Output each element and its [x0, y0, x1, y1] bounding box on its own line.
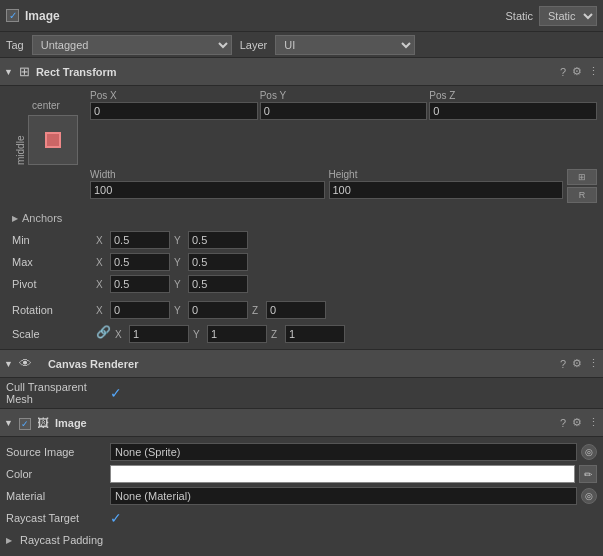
raycast-padding-label: Raycast Padding: [20, 534, 103, 546]
scale-link-icon: 🔗: [96, 325, 111, 343]
top-bar: ✓ Image Static Static: [0, 0, 603, 32]
pivot-x-input[interactable]: [110, 275, 170, 293]
constrain-btn[interactable]: ⊞: [567, 169, 597, 185]
pivot-row: Pivot X Y: [12, 273, 591, 295]
height-input[interactable]: [329, 181, 564, 199]
rotation-fields: X Y Z: [96, 301, 591, 319]
rotation-x-input[interactable]: [110, 301, 170, 319]
scale-z-input[interactable]: [285, 325, 345, 343]
rotation-y-group: Y: [174, 301, 248, 319]
anchor-min-row: Min X Y: [12, 229, 591, 251]
image-body: Source Image ◎ Color ✏ Material ◎ Raycas…: [0, 437, 603, 556]
image-section-title: Image: [55, 417, 554, 429]
height-label: Height: [329, 169, 564, 180]
canvas-help-icon[interactable]: ?: [560, 358, 566, 370]
rect-settings-icon[interactable]: ⚙: [572, 65, 582, 78]
rotation-label: Rotation: [12, 304, 92, 316]
color-swatch[interactable]: [110, 465, 575, 483]
anchor-min-y-group: Y: [174, 231, 248, 249]
y-label2: Y: [174, 257, 186, 268]
anchor-middle-label: middle: [15, 113, 26, 165]
source-image-input[interactable]: [110, 443, 577, 461]
image-settings-icon[interactable]: ⚙: [572, 416, 582, 429]
cull-transparent-label: Cull Transparent Mesh: [6, 381, 106, 405]
rotation-z-group: Z: [252, 301, 326, 319]
pivot-fields: X Y: [96, 275, 591, 293]
canvas-renderer-title: Canvas Renderer: [48, 358, 554, 370]
pos-x-label: Pos X: [90, 90, 258, 101]
width-input[interactable]: [90, 181, 325, 199]
pos-x-input[interactable]: [90, 102, 258, 120]
width-group: Width: [90, 169, 325, 203]
canvas-renderer-header-icons: ? ⚙ ⋮: [560, 357, 599, 370]
scale-x-group: X: [115, 325, 189, 343]
rx-label: X: [96, 305, 108, 316]
rect-menu-icon[interactable]: ⋮: [588, 65, 599, 78]
rotation-z-input[interactable]: [266, 301, 326, 319]
canvas-expand-icon[interactable]: ▼: [4, 359, 13, 369]
width-label: Width: [90, 169, 325, 180]
anchor-max-x-group: X: [96, 253, 170, 271]
raycast-padding-expand-icon[interactable]: ▶: [6, 536, 12, 545]
anchor-min-label: Min: [12, 234, 92, 246]
anchors-expand-icon[interactable]: ▶: [12, 214, 18, 223]
y-label: Y: [174, 235, 186, 246]
color-row: Color ✏: [6, 463, 597, 485]
rotation-y-input[interactable]: [188, 301, 248, 319]
wh-right-buttons: ⊞ R: [567, 169, 597, 203]
scale-y-group: Y: [193, 325, 267, 343]
rect-transform-title: Rect Transform: [36, 66, 554, 78]
pos-y-input[interactable]: [260, 102, 428, 120]
image-help-icon[interactable]: ?: [560, 417, 566, 429]
scale-z-group: Z: [271, 325, 345, 343]
sy-label: Y: [193, 329, 205, 340]
anchor-grid-container: center middle: [6, 90, 86, 165]
anchor-center-label: center: [32, 100, 60, 111]
source-image-select-btn[interactable]: ◎: [581, 444, 597, 460]
scale-y-input[interactable]: [207, 325, 267, 343]
canvas-renderer-icon: 👁: [19, 356, 32, 371]
pivot-x-group: X: [96, 275, 170, 293]
raycast-target-label: Raycast Target: [6, 512, 106, 524]
anchor-min-x-group: X: [96, 231, 170, 249]
pivot-y-input[interactable]: [188, 275, 248, 293]
scale-x-input[interactable]: [129, 325, 189, 343]
image-header-icons: ? ⚙ ⋮: [560, 416, 599, 429]
image-menu-icon[interactable]: ⋮: [588, 416, 599, 429]
rect-transform-header: ▼ ⊞ Rect Transform ? ⚙ ⋮: [0, 58, 603, 86]
material-select-btn[interactable]: ◎: [581, 488, 597, 504]
color-edit-btn[interactable]: ✏: [579, 465, 597, 483]
rect-transform-expand-icon[interactable]: ▼: [4, 67, 13, 77]
layer-label: Layer: [240, 39, 268, 51]
source-image-row: Source Image ◎: [6, 441, 597, 463]
anchor-max-y-input[interactable]: [188, 253, 248, 271]
layer-select[interactable]: UI: [275, 35, 415, 55]
reset-btn[interactable]: R: [567, 187, 597, 203]
anchor-min-y-input[interactable]: [188, 231, 248, 249]
scale-row: Scale 🔗 X Y Z: [6, 323, 597, 345]
rect-help-icon[interactable]: ?: [560, 66, 566, 78]
component-enabled-checkbox[interactable]: ✓: [6, 9, 19, 22]
anchor-min-x-input[interactable]: [110, 231, 170, 249]
tag-label: Tag: [6, 39, 24, 51]
anchor-grid[interactable]: [28, 115, 78, 165]
material-row: Material ◎: [6, 485, 597, 507]
material-input[interactable]: [110, 487, 577, 505]
pivot-y-group: Y: [174, 275, 248, 293]
anchor-center-dot: [45, 132, 61, 148]
canvas-menu-icon[interactable]: ⋮: [588, 357, 599, 370]
pos-z-input[interactable]: [429, 102, 597, 120]
y-label3: Y: [174, 279, 186, 290]
anchor-max-x-input[interactable]: [110, 253, 170, 271]
component-name: Image: [25, 9, 499, 23]
image-section-checkbox[interactable]: ✓: [19, 416, 31, 430]
image-expand-icon[interactable]: ▼: [4, 418, 13, 428]
anchor-pos-area: center middle Pos X Pos Y Pos Z: [6, 90, 597, 165]
pos-z-label: Pos Z: [429, 90, 597, 101]
raycast-target-row: Raycast Target ✓: [6, 507, 597, 529]
canvas-settings-icon[interactable]: ⚙: [572, 357, 582, 370]
anchors-header: ▶ Anchors: [12, 207, 591, 229]
rz-label: Z: [252, 305, 264, 316]
tag-select[interactable]: Untagged: [32, 35, 232, 55]
static-dropdown[interactable]: Static: [539, 6, 597, 26]
